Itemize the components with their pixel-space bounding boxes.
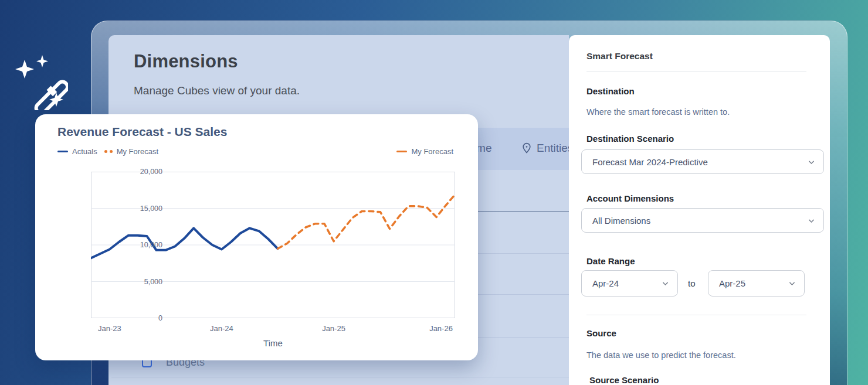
date-from-value: Apr-24 [592,278,619,288]
table-row-divider [111,377,569,377]
destination-description: Where the smart forecast is written to. [586,107,730,117]
legend-label: My Forecast [117,147,159,156]
y-tick-label: 15,000 [86,205,162,213]
account-dimensions-select[interactable]: All Dimensions [581,208,824,233]
chevron-down-icon [788,280,796,287]
chevron-down-icon [662,280,669,287]
y-tick-label: 10,000 [86,241,162,249]
location-pin-icon [521,142,533,154]
panel-divider [586,71,806,72]
revenue-forecast-chart-card: Revenue Forecast - US Sales Actuals My F… [35,114,478,360]
marketing-screenshot: { "colors": { "bg_gradient": ["#1b3d75",… [0,0,868,385]
legend-item-my-forecast[interactable]: My Forecast [104,147,159,156]
y-tick-label: 20,000 [86,168,162,176]
account-dimensions-value: All Dimensions [592,216,650,226]
legend-label: Actuals [72,147,97,156]
tab-entities-label: Entities [537,142,569,155]
legend-item-my-forecast-right[interactable]: My Forecast [396,147,453,156]
sparkle-icon [36,55,48,67]
y-tick-label: 5,000 [86,278,162,286]
x-axis-title: Time [91,338,455,348]
destination-heading: Destination [586,86,635,96]
magic-wand-icon [12,54,68,110]
destination-scenario-label: Destination Scenario [586,134,674,144]
date-from-select[interactable]: Apr-24 [581,270,678,297]
smart-forecast-panel: Smart Forecast Destination Where the sma… [569,35,830,385]
source-description: The data we use to predict the forecast. [586,350,736,360]
forecast-line-swatch [396,151,407,153]
date-to-select[interactable]: Apr-25 [708,270,805,297]
legend-label: My Forecast [411,147,453,156]
date-range-connector: to [688,278,696,288]
chevron-down-icon [808,217,815,224]
actuals-line-swatch [57,151,68,153]
forecast-dots-swatch [104,150,113,153]
chevron-down-icon [808,158,815,166]
destination-scenario-value: Forecast Mar 2024-Predictive [592,157,708,167]
y-tick-label: 0 [86,314,162,322]
date-range-label: Date Range [586,256,635,266]
x-tick-label: Jan-26 [429,324,453,333]
x-tick-label: Jan-24 [210,324,233,333]
source-heading: Source [586,328,616,338]
chart-title: Revenue Forecast - US Sales [57,125,227,139]
x-tick-label: Jan-23 [98,324,121,333]
panel-title: Smart Forecast [586,51,653,62]
destination-scenario-select[interactable]: Forecast Mar 2024-Predictive [581,149,824,174]
x-tick-label: Jan-25 [322,324,345,333]
chart-legend: Actuals My Forecast [57,147,158,156]
account-dimensions-label: Account Dimensions [586,193,674,203]
page-subtitle: Manage Cubes view of your data. [134,84,300,97]
panel-divider [586,315,806,315]
page-title: Dimensions [134,51,238,72]
source-scenario-label: Source Scenario [589,375,659,385]
tab-entities[interactable]: Entities [521,142,569,155]
date-to-value: Apr-25 [719,278,745,288]
sparkle-icon [15,60,34,79]
legend-item-actuals[interactable]: Actuals [57,147,97,156]
